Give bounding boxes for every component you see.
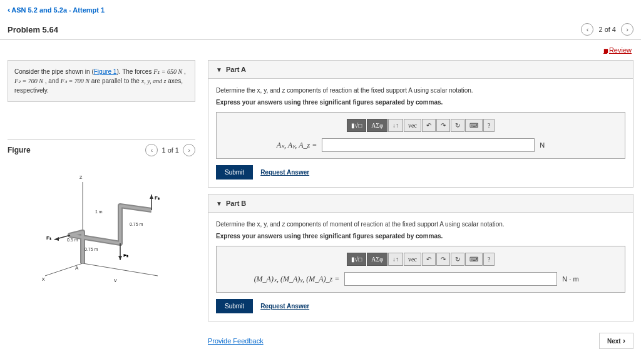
part-a-instruction: Determine the x, y, and z components of … (216, 86, 625, 95)
svg-text:z: z (79, 174, 83, 180)
nav-controls: ‹ 2 of 4 › (581, 23, 633, 36)
part-b-section: ▼ Part B Determine the x, y, and z compo… (208, 194, 633, 321)
svg-text:F₃: F₃ (155, 195, 160, 201)
answer-box-b: ▮√□ ΑΣφ ↓↑ vec ↶ ↷ ↻ ⌨ ? (M_A)ₓ, (M_A)ᵧ,… (216, 246, 625, 293)
input-label-b: (M_A)ₓ, (M_A)ᵧ, (M_A)_z = (254, 275, 340, 284)
part-a-instruction-bold: Express your answers using three signifi… (216, 99, 625, 106)
tool-reset[interactable]: ↻ (451, 119, 464, 132)
tool-templates[interactable]: ▮√□ (347, 119, 367, 132)
figure-title: Figure (8, 146, 31, 154)
tool-vec[interactable]: vec (404, 253, 421, 266)
figure-next[interactable]: › (183, 144, 195, 156)
force-3: F₃ = 700 N (61, 78, 90, 84)
figure-prev[interactable]: ‹ (145, 144, 158, 156)
svg-text:F₂: F₂ (123, 253, 128, 258)
submit-button-a[interactable]: Submit (216, 165, 253, 179)
collapse-icon: ▼ (216, 66, 222, 73)
tool-templates[interactable]: ▮√□ (347, 253, 367, 266)
tool-greek[interactable]: ΑΣφ (367, 119, 387, 132)
provide-feedback-link[interactable]: Provide Feedback (208, 337, 264, 345)
submit-button-b[interactable]: Submit (216, 299, 253, 313)
part-b-instruction-bold: Express your answers using three signifi… (216, 233, 625, 240)
part-a-section: ▼ Part A Determine the x, y, and z compo… (208, 60, 633, 188)
force-1: F₁ = 650 N (153, 68, 182, 75)
answer-box-a: ▮√□ ΑΣφ ↓↑ vec ↶ ↷ ↻ ⌨ ? Aₓ, Aᵧ, A_z = N (216, 112, 625, 159)
force-2: F₂ = 700 N (14, 78, 43, 84)
next-button[interactable]: › (621, 23, 633, 36)
review-link[interactable]: Review (603, 46, 632, 54)
tool-keyboard[interactable]: ⌨ (465, 119, 483, 132)
tool-greek[interactable]: ΑΣφ (367, 253, 387, 266)
unit-a: N (540, 141, 565, 149)
toolbar-a: ▮√□ ΑΣφ ↓↑ vec ↶ ↷ ↻ ⌨ ? (347, 119, 495, 132)
svg-marker-15 (118, 256, 122, 260)
svg-text:A: A (75, 265, 79, 271)
context-text: ). The forces (116, 68, 153, 75)
svg-text:0.75 m: 0.75 m (85, 247, 98, 251)
tool-help[interactable]: ? (483, 119, 495, 132)
svg-text:F₁: F₁ (46, 235, 51, 241)
tool-reset[interactable]: ↻ (451, 253, 464, 266)
svg-text:0.75 m: 0.75 m (130, 222, 143, 226)
figure-1-link[interactable]: Figure 1 (94, 68, 117, 75)
answer-input-a[interactable] (322, 138, 535, 152)
svg-marker-18 (150, 195, 153, 199)
tool-undo[interactable]: ↶ (422, 253, 436, 266)
unit-b: N · m (562, 275, 587, 283)
part-b-title: Part B (226, 200, 246, 207)
svg-text:1 m: 1 m (95, 210, 103, 214)
collapse-icon: ▼ (216, 200, 222, 207)
tool-vec[interactable]: vec (404, 119, 421, 132)
nav-count: 2 of 4 (598, 26, 616, 33)
svg-text:x: x (42, 276, 45, 282)
part-a-header[interactable]: ▼ Part A (208, 61, 633, 79)
context-text: Consider the pipe shown in ( (14, 68, 94, 75)
figure-count: 1 of 1 (162, 146, 179, 154)
figure-image: z y x A 0.75 m 0.5 m 1 m 0.75 m F₁ F₂ (8, 166, 195, 285)
tool-keyboard[interactable]: ⌨ (465, 253, 483, 266)
tool-redo[interactable]: ↷ (436, 119, 450, 132)
toolbar-b: ▮√□ ΑΣφ ↓↑ vec ↶ ↷ ↻ ⌨ ? (347, 253, 495, 266)
part-b-header[interactable]: ▼ Part B (208, 195, 633, 213)
tool-subscript[interactable]: ↓↑ (388, 119, 403, 132)
tool-subscript[interactable]: ↓↑ (388, 253, 403, 266)
svg-text:y: y (114, 277, 117, 282)
part-a-title: Part A (226, 66, 246, 73)
problem-context: Consider the pipe shown in (Figure 1). T… (8, 60, 195, 102)
input-label-a: Aₓ, Aᵧ, A_z = (277, 141, 317, 150)
part-b-instruction: Determine the x, y, and z components of … (216, 220, 625, 229)
prev-button[interactable]: ‹ (581, 23, 593, 36)
request-answer-b[interactable]: Request Answer (260, 303, 309, 310)
problem-title: Problem 5.64 (8, 25, 58, 34)
next-page-button[interactable]: Next (599, 333, 633, 349)
svg-line-2 (83, 263, 158, 276)
tool-help[interactable]: ? (483, 253, 495, 266)
tool-redo[interactable]: ↷ (436, 253, 450, 266)
answer-input-b[interactable] (344, 272, 557, 286)
svg-text:0.5 m: 0.5 m (67, 238, 78, 242)
back-link[interactable]: ASN 5.2 and 5.2a - Attempt 1 (8, 6, 105, 14)
tool-undo[interactable]: ↶ (422, 119, 436, 132)
request-answer-a[interactable]: Request Answer (260, 169, 309, 176)
